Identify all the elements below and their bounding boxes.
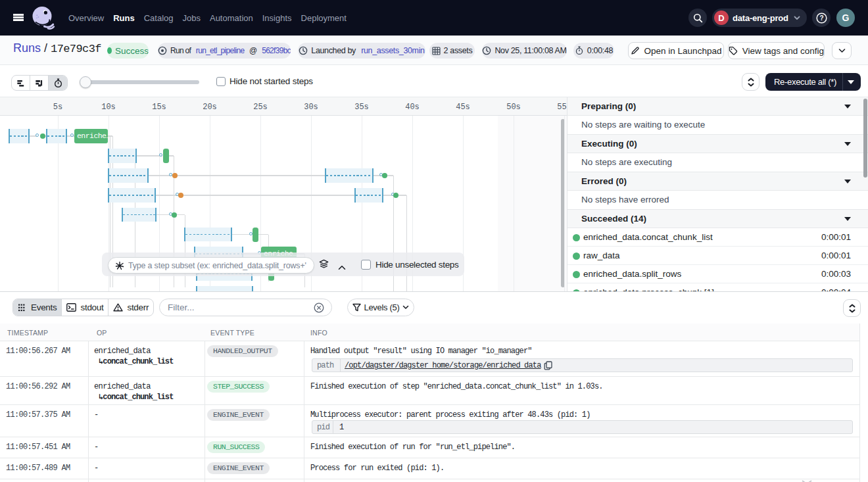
svg-text:?: ? xyxy=(819,14,823,22)
